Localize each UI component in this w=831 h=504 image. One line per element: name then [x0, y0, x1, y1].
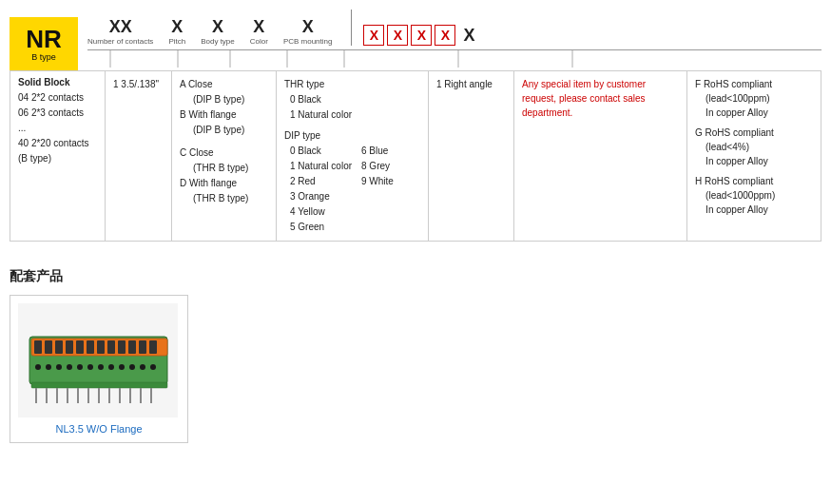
red-x-box-1: X: [363, 25, 384, 46]
col-body-b: B With flange: [180, 107, 268, 123]
svg-rect-13: [76, 340, 84, 354]
bracket-lines: [87, 50, 821, 68]
col-pcb: 1 Right angle: [429, 71, 514, 241]
col-color-dip-0: 0 Black: [284, 144, 352, 159]
product-name: NL3.5 W/O Flange: [18, 423, 180, 435]
svg-rect-45: [150, 388, 152, 403]
col-contacts-item-2: 06 2*3 contacts: [18, 106, 97, 121]
svg-rect-20: [149, 340, 157, 354]
svg-rect-34: [35, 388, 37, 403]
svg-point-24: [67, 364, 72, 370]
last-x: X: [463, 26, 474, 46]
product-section: 配套产品: [10, 268, 821, 443]
segment-letters-color: X: [253, 17, 264, 37]
product-section-title: 配套产品: [10, 268, 821, 285]
svg-rect-43: [129, 388, 131, 403]
main-content-area: Solid Block 04 2*2 contacts 06 2*3 conta…: [10, 70, 821, 242]
col-contacts-item-1: 04 2*2 contacts: [18, 90, 97, 106]
col-body-c-sub: (THR B type): [180, 161, 268, 176]
col-contacts-item-3: ...: [18, 121, 97, 136]
col-color-thr-1: 1 Natural color: [284, 107, 420, 123]
col-rohs-g: G RoHS compliant (lead<4%) In copper All…: [695, 126, 813, 168]
col-color-dip-6: 6 Blue: [361, 144, 394, 159]
col-body-d-sub: (THR B type): [180, 191, 268, 206]
col-body-a: A Close: [180, 77, 268, 92]
col-color-thr-0: 0 Black: [284, 92, 420, 107]
svg-rect-44: [140, 388, 142, 403]
svg-point-22: [46, 364, 51, 370]
red-x-group: X X X X: [363, 25, 455, 46]
col-color-dip-title: DIP type: [284, 128, 420, 144]
col-body-c: C Close: [180, 145, 268, 161]
svg-rect-17: [118, 340, 126, 354]
svg-rect-14: [87, 340, 94, 354]
segment-letters-pitch: X: [171, 17, 183, 37]
segment-letters-pcb: X: [302, 17, 314, 37]
svg-rect-36: [56, 388, 58, 403]
nr-subtext: B type: [31, 52, 56, 62]
svg-rect-11: [55, 340, 63, 354]
svg-rect-18: [128, 340, 136, 354]
col-rohs-f: F RoHS compliant (lead<100ppm) In copper…: [695, 77, 813, 120]
col-special: Any special item by customer request, pl…: [514, 71, 687, 241]
nr-box: NR B type: [10, 17, 78, 70]
col-color-dip-4: 4 Yellow: [284, 204, 352, 220]
segment-label-body: Body type: [201, 37, 235, 46]
svg-rect-16: [107, 340, 115, 354]
col-rohs-f-label: F RoHS compliant (lead<100ppm) In copper…: [695, 77, 813, 120]
segment-label-color: Color: [250, 37, 268, 46]
svg-point-30: [129, 364, 135, 370]
svg-point-31: [140, 364, 145, 370]
col-color-dip-2: 2 Red: [284, 174, 352, 189]
segment-letters-contacts: XX: [109, 17, 132, 37]
svg-rect-12: [66, 340, 73, 354]
svg-rect-37: [67, 388, 68, 403]
segment-body: X Body type: [201, 17, 235, 46]
col-pitch: 1 3.5/.138": [106, 71, 172, 241]
svg-rect-41: [108, 388, 110, 403]
col-color-dip-9: 9 White: [361, 174, 394, 189]
segment-label-contacts: Number of contacts: [87, 37, 153, 46]
svg-rect-38: [77, 388, 79, 403]
segment-label-pitch: Pitch: [168, 37, 185, 46]
svg-rect-10: [45, 340, 52, 354]
col-color: THR type 0 Black 1 Natural color DIP typ…: [277, 71, 429, 241]
red-x-box-3: X: [411, 25, 432, 46]
col-color-dip-1: 1 Natural color: [284, 159, 352, 174]
col-contacts: Solid Block 04 2*2 contacts 06 2*3 conta…: [10, 71, 106, 241]
col-contacts-title: Solid Block: [18, 77, 97, 87]
col-rohs: F RoHS compliant (lead<100ppm) In copper…: [687, 71, 821, 241]
svg-point-25: [77, 364, 83, 370]
svg-rect-40: [98, 388, 100, 403]
col-body: A Close (DIP B type) B With flange (DIP …: [172, 71, 277, 241]
svg-point-21: [35, 364, 41, 370]
col-body-a-sub: (DIP B type): [180, 92, 268, 107]
segment-contacts: XX Number of contacts: [87, 17, 153, 46]
svg-rect-35: [46, 388, 48, 403]
col-body-b-sub: (DIP B type): [180, 123, 268, 138]
col-color-dip-5: 5 Green: [284, 220, 352, 235]
svg-rect-19: [139, 340, 146, 354]
col-rohs-h: H RoHS compliant (lead<1000ppm) In coppe…: [695, 174, 813, 217]
segment-label-pcb: PCB mounting: [283, 37, 333, 46]
svg-rect-15: [97, 340, 105, 354]
nr-code: NR: [26, 26, 62, 53]
col-rohs-h-label: H RoHS compliant (lead<1000ppm) In coppe…: [695, 174, 813, 217]
col-color-thr-title: THR type: [284, 77, 420, 92]
red-x-box-2: X: [387, 25, 408, 46]
red-x-box-4: X: [435, 25, 455, 46]
svg-point-32: [150, 364, 156, 370]
svg-rect-9: [34, 340, 42, 354]
svg-point-26: [87, 364, 93, 370]
segment-pitch: X Pitch: [168, 17, 185, 46]
col-body-d: D With flange: [180, 176, 268, 191]
col-contacts-item-4: 40 2*20 contacts: [18, 136, 97, 151]
col-contacts-item-5: (B type): [18, 151, 97, 166]
svg-point-28: [108, 364, 114, 370]
col-special-text: Any special item by customer request, pl…: [522, 77, 679, 120]
svg-rect-42: [119, 388, 121, 403]
col-pcb-item: 1 Right angle: [436, 77, 506, 92]
svg-point-29: [119, 364, 125, 370]
col-color-dip-3: 3 Orange: [284, 189, 352, 204]
svg-point-23: [56, 364, 62, 370]
